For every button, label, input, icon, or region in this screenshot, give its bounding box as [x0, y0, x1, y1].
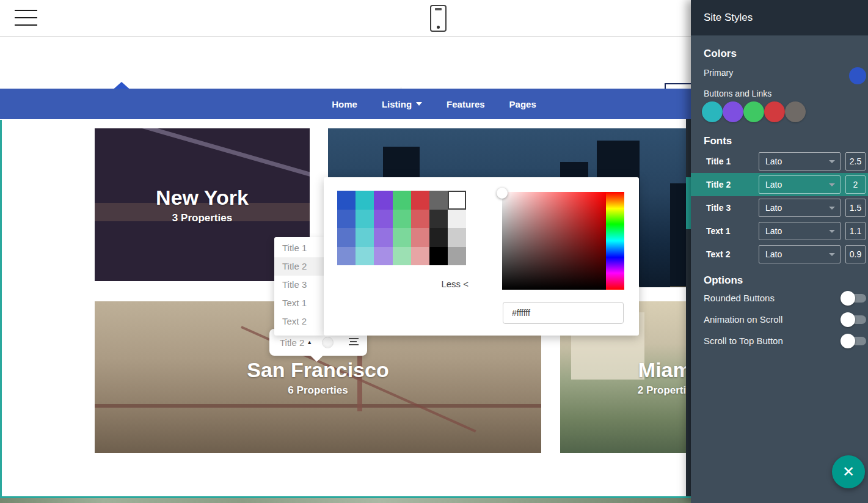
next-section-strip: [0, 498, 691, 503]
nav-item-features[interactable]: Features: [447, 99, 485, 109]
site-header: RealtyM4 + (123) 1800-567-8990 + (123) 1…: [0, 37, 691, 89]
color-swatch[interactable]: [337, 191, 356, 210]
color-swatch-selected[interactable]: [448, 191, 466, 210]
fonts-section-title: Fonts: [704, 135, 732, 147]
font-row-title1: Title 1 Lato 2.5: [691, 150, 868, 173]
toggle-animation-on-scroll[interactable]: [841, 312, 866, 327]
color-swatch[interactable]: [393, 210, 411, 229]
align-center-icon[interactable]: [348, 338, 359, 347]
mobile-view-icon[interactable]: [430, 5, 447, 32]
saturation-handle[interactable]: [497, 188, 508, 199]
menu-item-title3[interactable]: Title 3: [274, 276, 324, 294]
color-swatch[interactable]: [337, 228, 356, 247]
preview-scrollbar-thumb[interactable]: [686, 177, 691, 229]
card-city-title: Miami: [638, 358, 691, 382]
saturation-picker[interactable]: [502, 192, 606, 290]
nav-item-home[interactable]: Home: [332, 99, 357, 109]
panel-header: Site Styles: [691, 0, 868, 35]
font-family-select[interactable]: Lato: [759, 152, 841, 171]
preview-scrollbar-track: [686, 119, 691, 496]
nav-item-pages[interactable]: Pages: [509, 99, 536, 109]
color-swatch[interactable]: [429, 210, 448, 229]
font-family-select[interactable]: Lato: [759, 245, 841, 263]
button-color-green[interactable]: [743, 101, 764, 122]
app-window: RealtyM4 + (123) 1800-567-8990 + (123) 1…: [0, 0, 868, 503]
color-swatch[interactable]: [448, 210, 466, 229]
primary-color-label: Primary: [704, 68, 733, 78]
font-family-select[interactable]: Lato: [759, 199, 841, 217]
button-color-teal[interactable]: [702, 101, 723, 122]
chevron-down-icon: [829, 253, 835, 256]
chevron-down-icon: [829, 230, 835, 233]
font-size-field[interactable]: 1.1: [845, 222, 866, 240]
option-rounded-buttons: Rounded Buttons: [704, 293, 775, 303]
color-swatch[interactable]: [356, 191, 374, 210]
color-swatch[interactable]: [337, 210, 356, 229]
color-swatch[interactable]: [337, 247, 356, 266]
color-swatch[interactable]: [374, 228, 392, 247]
color-swatch[interactable]: [356, 228, 374, 247]
toggle-rounded-buttons[interactable]: [841, 291, 866, 306]
caret-up-icon[interactable]: ▲: [307, 339, 312, 345]
menu-item-text2[interactable]: Text 2: [274, 312, 324, 331]
button-color-purple[interactable]: [723, 101, 743, 122]
main-nav: Home Listing Features Pages: [0, 89, 691, 119]
text-color-swatch[interactable]: [322, 337, 334, 348]
color-swatch[interactable]: [429, 228, 448, 247]
hex-color-input[interactable]: [503, 302, 624, 324]
card-properties-count: 3 Properties: [172, 212, 232, 224]
font-row-title2-selected: Title 2 Lato 2: [691, 173, 868, 196]
card-properties-count: 2 Properties: [638, 384, 691, 397]
builder-topbar: [0, 0, 691, 37]
option-animation-on-scroll: Animation on Scroll: [704, 314, 782, 325]
color-swatch[interactable]: [374, 210, 392, 229]
toggle-scroll-to-top[interactable]: [841, 334, 866, 348]
color-swatch[interactable]: [411, 228, 429, 247]
options-section-title: Options: [704, 274, 743, 287]
card-city-title: New York: [156, 186, 249, 210]
color-swatch[interactable]: [429, 247, 448, 266]
chevron-down-icon: [829, 183, 835, 186]
color-swatch[interactable]: [356, 247, 374, 266]
color-swatch[interactable]: [393, 228, 411, 247]
menu-item-title2[interactable]: Title 2: [274, 257, 324, 276]
font-row-text2: Text 2 Lato 0.9: [691, 243, 868, 266]
less-options-link[interactable]: Less <: [403, 279, 469, 289]
button-color-red[interactable]: [764, 101, 785, 122]
menu-item-title1[interactable]: Title 1: [274, 239, 324, 257]
close-panel-button[interactable]: ✕: [832, 455, 865, 488]
text-style-dropdown[interactable]: Title 2: [280, 337, 304, 348]
hamburger-menu-icon[interactable]: [15, 9, 37, 26]
option-scroll-to-top: Scroll to Top Button: [704, 336, 783, 346]
selected-section-edge: [0, 120, 2, 496]
hue-slider[interactable]: [606, 192, 624, 290]
color-swatch[interactable]: [374, 247, 392, 266]
color-swatch[interactable]: [411, 247, 429, 266]
nav-item-listing[interactable]: Listing: [382, 99, 422, 109]
color-swatch-grid: [337, 191, 466, 265]
color-swatch[interactable]: [411, 210, 429, 229]
color-swatch[interactable]: [393, 191, 411, 210]
color-swatch[interactable]: [448, 228, 466, 247]
font-family-select[interactable]: Lato: [759, 222, 841, 240]
menu-item-text1[interactable]: Text 1: [274, 294, 324, 312]
color-swatch[interactable]: [356, 210, 374, 229]
color-swatch[interactable]: [429, 191, 448, 210]
color-picker-popup: Less <: [324, 177, 639, 336]
font-size-field[interactable]: 0.9: [845, 245, 866, 263]
font-size-field[interactable]: 2.5: [845, 152, 866, 171]
font-family-select[interactable]: Lato: [759, 175, 841, 194]
font-size-field[interactable]: 2: [845, 175, 866, 194]
chevron-down-icon: [829, 207, 835, 210]
primary-color-picker[interactable]: [849, 67, 866, 84]
text-style-menu: Title 1 Title 2 Title 3 Text 1 Text 2: [274, 237, 324, 336]
color-swatch[interactable]: [411, 191, 429, 210]
colors-section-title: Colors: [704, 48, 737, 60]
buttons-links-label: Buttons and Links: [704, 89, 771, 98]
color-swatch[interactable]: [374, 191, 392, 210]
font-size-field[interactable]: 1.5: [845, 199, 866, 217]
button-color-gray[interactable]: [785, 101, 806, 122]
color-swatch[interactable]: [393, 247, 411, 266]
close-icon: ✕: [842, 464, 855, 479]
color-swatch[interactable]: [448, 247, 466, 266]
